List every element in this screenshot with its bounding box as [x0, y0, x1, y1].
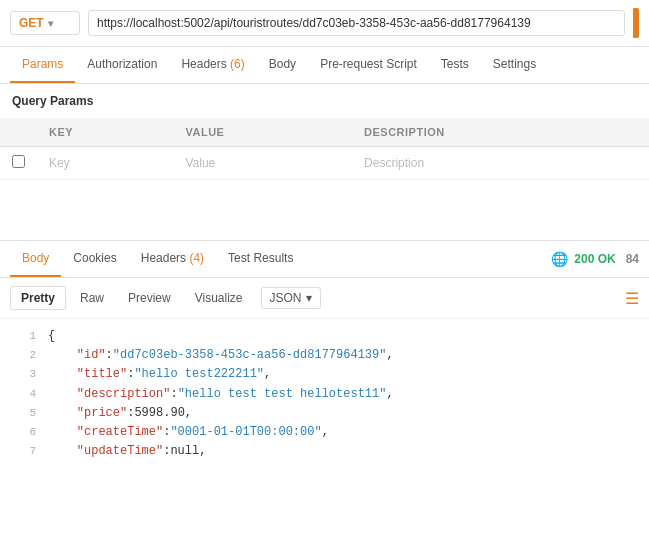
response-section: Body Cookies Headers (4) Test Results 🌐 …: [0, 240, 649, 469]
response-tab-headers[interactable]: Headers (4): [129, 241, 216, 277]
json-format-label: JSON: [270, 291, 302, 305]
json-format-select[interactable]: JSON ▾: [261, 287, 321, 309]
json-line-3: 3 "title" : "hello test222211" ,: [0, 365, 649, 384]
json-format-arrow: ▾: [306, 291, 312, 305]
row-description-placeholder[interactable]: Description: [352, 147, 649, 180]
format-raw[interactable]: Raw: [70, 287, 114, 309]
send-button-accent: [633, 8, 639, 38]
wrap-icon[interactable]: ☰: [625, 289, 639, 308]
method-label: GET: [19, 16, 44, 30]
col-description: DESCRIPTION: [352, 118, 649, 147]
tab-body[interactable]: Body: [257, 47, 308, 83]
format-preview[interactable]: Preview: [118, 287, 181, 309]
response-status: 🌐 200 OK 84: [551, 251, 639, 267]
format-visualize[interactable]: Visualize: [185, 287, 253, 309]
format-pretty[interactable]: Pretty: [10, 286, 66, 310]
json-line-6: 6 "createTime" : "0001-01-01T00:00:00" ,: [0, 423, 649, 442]
response-tab-cookies[interactable]: Cookies: [61, 241, 128, 277]
json-line-2: 2 "id" : "dd7c03eb-3358-453c-aa56-dd8177…: [0, 346, 649, 365]
format-bar: Pretty Raw Preview Visualize JSON ▾ ☰: [0, 278, 649, 319]
row-value-placeholder[interactable]: Value: [173, 147, 352, 180]
response-tab-test-results[interactable]: Test Results: [216, 241, 305, 277]
tab-settings[interactable]: Settings: [481, 47, 548, 83]
json-line-5: 5 "price" : 5998.90,: [0, 404, 649, 423]
col-value: VALUE: [173, 118, 352, 147]
status-extra: 84: [626, 252, 639, 266]
table-row-placeholder: Key Value Description: [0, 147, 649, 180]
status-text: 200 OK: [574, 252, 615, 266]
json-line-7: 7 "updateTime" : null,: [0, 442, 649, 461]
tab-authorization[interactable]: Authorization: [75, 47, 169, 83]
tab-params[interactable]: Params: [10, 47, 75, 83]
tab-headers[interactable]: Headers (6): [169, 47, 256, 83]
row-checkbox[interactable]: [0, 147, 37, 180]
row-checkbox-input[interactable]: [12, 155, 25, 168]
query-params-label: Query Params: [0, 84, 649, 118]
url-input[interactable]: [88, 10, 625, 36]
request-tabs: Params Authorization Headers (6) Body Pr…: [0, 47, 649, 84]
method-select[interactable]: GET ▾: [10, 11, 80, 35]
json-line-1: 1 {: [0, 327, 649, 346]
col-key: KEY: [37, 118, 173, 147]
response-tab-body[interactable]: Body: [10, 241, 61, 277]
url-bar: GET ▾: [0, 0, 649, 47]
response-tabs-row: Body Cookies Headers (4) Test Results 🌐 …: [0, 241, 649, 278]
row-key-placeholder[interactable]: Key: [37, 147, 173, 180]
tab-tests[interactable]: Tests: [429, 47, 481, 83]
params-table: KEY VALUE DESCRIPTION Key Value Descript…: [0, 118, 649, 180]
col-checkbox: [0, 118, 37, 147]
json-line-4: 4 "description" : "hello test test hello…: [0, 385, 649, 404]
method-arrow: ▾: [48, 18, 53, 29]
tab-pre-request[interactable]: Pre-request Script: [308, 47, 429, 83]
json-viewer: 1 { 2 "id" : "dd7c03eb-3358-453c-aa56-dd…: [0, 319, 649, 469]
globe-icon: 🌐: [551, 251, 568, 267]
